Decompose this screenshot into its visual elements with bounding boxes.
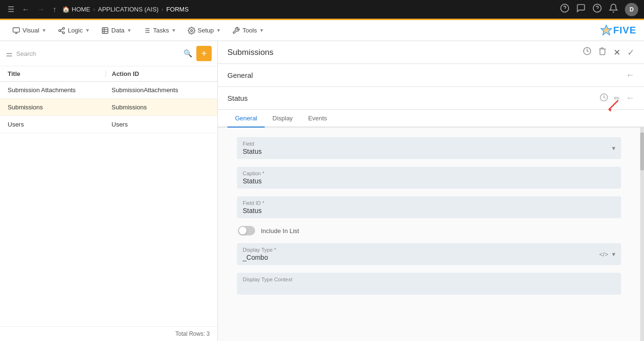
logic-arrow: ▼ — [85, 28, 90, 33]
five-logo: FIVE — [600, 24, 636, 37]
svg-line-10 — [61, 31, 63, 32]
search-input[interactable] — [16, 50, 180, 57]
svg-line-11 — [61, 29, 63, 30]
up-icon[interactable]: ↑ — [51, 3, 58, 16]
top-nav: ☰ ← → ↑ 🏠 HOME › APPLICATIONS (AIS) › FO… — [0, 0, 644, 20]
display-type-field: Display Type * _Combo </> ▾ — [237, 243, 621, 265]
right-panel: Submissions ✕ ✓ General ← Status — [218, 41, 644, 341]
back-icon[interactable]: ← — [20, 3, 32, 16]
field-id-input[interactable] — [243, 207, 615, 214]
field-field: Field Status ▾ — [237, 137, 621, 159]
table-header: Title Action ID — [0, 66, 217, 82]
panel-title: Submissions — [227, 48, 583, 57]
include-in-list-toggle[interactable] — [238, 226, 255, 235]
svg-point-7 — [63, 27, 64, 29]
bell-icon[interactable] — [609, 3, 618, 15]
nav-tools[interactable]: Tools ▼ — [227, 24, 268, 37]
search-bar: ⚌ 🔍 + — [0, 41, 217, 66]
tasks-arrow: ▼ — [172, 28, 176, 33]
display-type-context-field: Display Type Context — [237, 273, 621, 295]
svg-point-22 — [191, 30, 193, 32]
field-dropdown-icon[interactable]: ▾ — [612, 144, 615, 152]
field-id-field: Field ID * — [237, 196, 621, 218]
svg-rect-12 — [102, 28, 108, 33]
breadcrumb-forms[interactable]: FORMS — [166, 6, 189, 13]
data-arrow: ▼ — [127, 28, 132, 33]
left-panel: ⚌ 🔍 + Title Action ID Submission Attachm… — [0, 41, 218, 341]
status-back-icon[interactable]: ← — [626, 93, 634, 103]
status-actions: ✏ ← — [600, 93, 634, 104]
panel-header: Submissions ✕ ✓ — [218, 41, 644, 64]
include-in-list-label: Include In List — [261, 227, 299, 234]
secondary-nav: Visual ▼ Logic ▼ Data ▼ Tasks ▼ Setup ▼ … — [0, 20, 644, 41]
status-edit-icon[interactable]: ✏ — [614, 94, 620, 103]
nav-setup[interactable]: Setup ▼ — [183, 24, 226, 37]
filter-icon: ⚌ — [6, 49, 12, 58]
display-type-context-label: Display Type Context — [243, 277, 615, 282]
help-icon[interactable] — [592, 3, 602, 15]
display-type-value: _Combo — [243, 254, 599, 261]
nav-visual[interactable]: Visual ▼ — [8, 24, 51, 37]
breadcrumb-sep-1: › — [93, 6, 95, 13]
toggle-knob — [239, 227, 247, 234]
breadcrumb-home[interactable]: 🏠 HOME — [62, 6, 90, 13]
caption-field: Caption * — [237, 167, 621, 189]
chat-icon[interactable] — [576, 3, 586, 15]
display-type-dropdown-icon[interactable]: ▾ — [612, 250, 615, 258]
breadcrumb-sep-2: › — [161, 6, 163, 13]
general-section: General ← — [218, 64, 644, 87]
row-title: Submissions — [8, 104, 106, 111]
nav-tasks[interactable]: Tasks ▼ — [138, 24, 181, 37]
general-back-icon[interactable]: ← — [626, 70, 634, 80]
logo-text: FIVE — [613, 25, 636, 36]
breadcrumb-applications[interactable]: APPLICATIONS (AIS) — [98, 6, 159, 13]
col-title-header: Title — [8, 70, 106, 77]
status-clock-icon[interactable] — [600, 93, 608, 104]
confirm-icon[interactable]: ✓ — [627, 47, 634, 58]
general-title: General — [227, 71, 626, 79]
avatar[interactable]: D — [625, 3, 638, 16]
add-button[interactable]: + — [196, 46, 212, 61]
field-id-label: Field ID * — [243, 200, 615, 206]
close-icon[interactable]: ✕ — [613, 47, 621, 58]
col-action-header: Action ID — [106, 70, 210, 77]
field-value: Status — [243, 148, 612, 155]
svg-point-9 — [63, 32, 64, 33]
table-row[interactable]: Users Users — [0, 116, 217, 133]
tab-display[interactable]: Display — [265, 110, 301, 128]
field-label: Field — [243, 141, 612, 147]
svg-rect-4 — [13, 28, 19, 32]
row-action: Submissions — [106, 104, 210, 111]
tab-events[interactable]: Events — [301, 110, 335, 128]
tab-general[interactable]: General — [227, 110, 265, 128]
svg-point-8 — [59, 30, 61, 32]
display-type-label: Display Type * — [243, 247, 599, 253]
panel-actions: ✕ ✓ — [583, 47, 634, 58]
row-title: Submission Attachments — [8, 86, 106, 94]
include-in-list-row: Include In List — [237, 226, 621, 235]
table-row[interactable]: Submissions Submissions — [0, 99, 217, 116]
caption-input[interactable] — [243, 177, 615, 185]
delete-icon[interactable] — [598, 47, 607, 58]
nav-data[interactable]: Data ▼ — [97, 24, 136, 37]
history-icon[interactable] — [583, 47, 591, 58]
table-footer: Total Rows: 3 — [0, 326, 217, 341]
top-nav-right: D — [560, 3, 638, 16]
support-icon[interactable] — [560, 3, 569, 15]
right-scrollbar[interactable] — [640, 128, 644, 341]
tabs-bar: General Display Events — [218, 110, 644, 128]
visual-arrow: ▼ — [42, 28, 46, 33]
nav-logic[interactable]: Logic ▼ — [53, 24, 95, 37]
tools-arrow: ▼ — [259, 28, 264, 33]
search-icon[interactable]: 🔍 — [183, 49, 193, 58]
display-type-code-icon[interactable]: </> — [599, 251, 608, 258]
forward-icon[interactable]: → — [35, 3, 47, 16]
row-action: Users — [106, 121, 210, 128]
form-area: Field Status ▾ Caption * — [218, 128, 640, 341]
row-action: SubmissionAttachments — [106, 86, 210, 94]
row-title: Users — [8, 121, 106, 128]
menu-icon[interactable]: ☰ — [6, 3, 16, 16]
breadcrumb: 🏠 HOME › APPLICATIONS (AIS) › FORMS — [62, 6, 189, 13]
table-row[interactable]: Submission Attachments SubmissionAttachm… — [0, 82, 217, 99]
caption-label: Caption * — [243, 170, 615, 176]
